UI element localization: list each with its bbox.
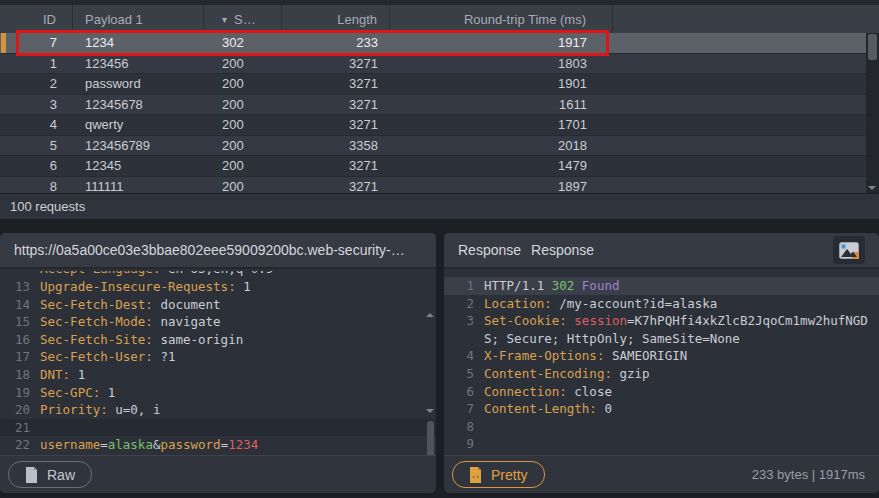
code-document-icon: ‹› xyxy=(469,467,482,483)
table-cell: 3271 xyxy=(282,56,390,71)
line-number: 19 xyxy=(0,384,30,402)
request-count-status-bar: 100 requests xyxy=(0,193,879,219)
table-body: 7123430223319171123456200327118032passwo… xyxy=(0,33,866,193)
code-line: 9 xyxy=(444,435,879,453)
code-line: 16Sec-Fetch-Site: same-origin xyxy=(0,331,436,349)
response-panel: Response Response 1HTTP/1.1 302 Found2Lo… xyxy=(444,233,879,493)
table-cell: 3271 xyxy=(282,179,390,193)
table-cell: 12345678 xyxy=(73,97,204,112)
table-cell: password xyxy=(73,76,204,91)
table-cell: 3271 xyxy=(282,76,390,91)
table-cell: 200 xyxy=(204,179,282,193)
line-number: 14 xyxy=(0,296,30,314)
table-cell: 12345 xyxy=(73,158,204,173)
code-line: 4X-Frame-Options: SAMEORIGIN xyxy=(444,347,879,365)
code-line: 22username=alaska&password=1234 xyxy=(0,436,436,454)
table-cell: 1701 xyxy=(390,117,613,132)
table-cell: 1 xyxy=(0,56,73,71)
results-table: ID Payload 1 ▾ S… Length Round-trip Time… xyxy=(0,0,879,193)
table-cell: 200 xyxy=(204,97,282,112)
response-tab-label[interactable]: Response xyxy=(458,242,521,258)
request-partial-line: Accept-Language: en-US,en;q=0.9 xyxy=(0,271,436,278)
code-line: 21 xyxy=(0,419,436,437)
table-cell: 3358 xyxy=(282,138,390,153)
raw-button-label: Raw xyxy=(47,467,75,483)
table-cell: 3271 xyxy=(282,117,390,132)
column-header-payload[interactable]: Payload 1 xyxy=(73,5,204,33)
line-number: 20 xyxy=(0,401,30,419)
pretty-button-label: Pretty xyxy=(491,467,528,483)
request-editor-scrollbar[interactable] xyxy=(426,311,435,415)
pretty-button[interactable]: ‹› Pretty xyxy=(452,461,545,488)
table-cell: 3 xyxy=(0,97,73,112)
response-panel-footer: ‹› Pretty 233 bytes | 1917ms xyxy=(444,455,879,493)
code-line: 19Sec-GPC: 1 xyxy=(0,384,436,402)
selected-row-highlight-marker xyxy=(1,33,6,53)
line-number: 8 xyxy=(444,418,474,436)
table-cell: 3271 xyxy=(282,97,390,112)
table-row[interactable]: 61234520032711479 xyxy=(0,156,866,177)
table-row[interactable]: 112345620032711803 xyxy=(0,54,866,75)
column-header-filler xyxy=(613,5,879,33)
request-editor[interactable]: Accept-Language: en-US,en;q=0.9 13Upgrad… xyxy=(0,271,436,455)
line-number: 5 xyxy=(444,365,474,383)
table-cell: 1611 xyxy=(390,97,613,112)
code-line: 20Priority: u=0, i xyxy=(0,401,436,419)
column-header-status-label: S… xyxy=(234,12,256,27)
code-line: 18DNT: 1 xyxy=(0,366,436,384)
code-line: 3Set-Cookie: session=K7hPQHfi4xkZlcB2Jqo… xyxy=(444,312,879,330)
column-header-id[interactable]: ID xyxy=(0,5,73,33)
table-cell: 8 xyxy=(0,179,73,193)
table-cell: 200 xyxy=(204,76,282,91)
raw-button[interactable]: Raw xyxy=(8,461,92,488)
table-row[interactable]: 811111120032711897 xyxy=(0,177,866,194)
table-row[interactable]: 4qwerty20032711701 xyxy=(0,115,866,136)
table-row[interactable]: 31234567820032711611 xyxy=(0,95,866,116)
code-line: 2Location: /my-account?id=alaska xyxy=(444,295,879,313)
annotation-red-box xyxy=(16,30,609,56)
table-cell: 2 xyxy=(0,76,73,91)
line-number: 21 xyxy=(0,419,30,437)
line-number: 16 xyxy=(0,331,30,349)
table-cell: 1803 xyxy=(390,56,613,71)
line-number: 13 xyxy=(0,278,30,296)
code-line: 8 xyxy=(444,418,879,436)
table-cell: 111111 xyxy=(73,179,204,193)
document-icon xyxy=(25,467,38,483)
response-size-time-meta: 233 bytes | 1917ms xyxy=(752,467,871,482)
column-header-rtt[interactable]: Round-trip Time (ms) xyxy=(390,5,613,33)
sort-descending-icon: ▾ xyxy=(222,14,227,25)
svg-text:‹›: ‹› xyxy=(471,472,479,480)
image-icon xyxy=(839,242,859,259)
table-cell: 2018 xyxy=(390,138,613,153)
table-cell: 200 xyxy=(204,56,282,71)
scroll-up-arrow-icon[interactable] xyxy=(426,313,434,317)
column-header-length[interactable]: Length xyxy=(282,5,390,33)
line-number xyxy=(444,330,474,348)
code-line: 6Connection: close xyxy=(444,383,879,401)
table-scrollbar[interactable] xyxy=(866,33,879,193)
line-number: 9 xyxy=(444,435,474,453)
code-line: 17Sec-Fetch-User: ?1 xyxy=(0,348,436,366)
table-cell: 1901 xyxy=(390,76,613,91)
column-header-status[interactable]: ▾ S… xyxy=(204,5,282,33)
request-scrollbar-thumb[interactable] xyxy=(427,421,434,455)
line-number: 17 xyxy=(0,348,30,366)
scroll-down-arrow-icon[interactable] xyxy=(868,186,876,190)
table-scrollbar-thumb[interactable] xyxy=(868,34,877,60)
response-panel-title: Response xyxy=(531,242,594,258)
table-cell: 3271 xyxy=(282,158,390,173)
table-cell: 200 xyxy=(204,117,282,132)
render-image-button[interactable] xyxy=(833,236,865,264)
request-url-bar: https://0a5a00ce03e3bbae802eee59009200bc… xyxy=(0,233,436,269)
response-editor[interactable]: 1HTTP/1.1 302 Found2Location: /my-accoun… xyxy=(444,271,879,455)
line-number: 2 xyxy=(444,295,474,313)
table-cell: 123456789 xyxy=(73,138,204,153)
request-panel-footer: Raw xyxy=(0,455,436,493)
table-row[interactable]: 2password20032711901 xyxy=(0,74,866,95)
code-line: S; Secure; HttpOnly; SameSite=None xyxy=(444,330,879,348)
results-table-header: ID Payload 1 ▾ S… Length Round-trip Time… xyxy=(0,0,879,33)
table-row[interactable]: 512345678920033582018 xyxy=(0,136,866,157)
scroll-down-arrow-icon[interactable] xyxy=(426,409,434,413)
burp-intruder-results-window: ID Payload 1 ▾ S… Length Round-trip Time… xyxy=(0,0,879,498)
